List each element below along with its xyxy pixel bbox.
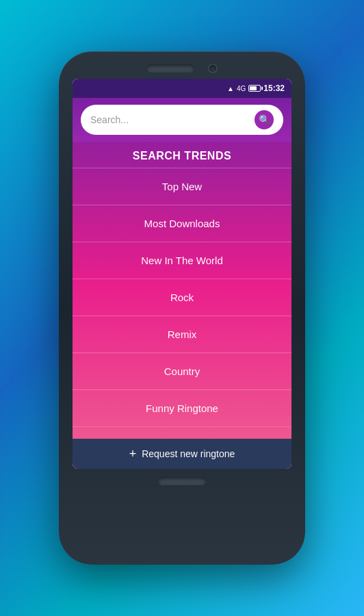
list-item-label: Funny Ringtone [146,402,218,414]
plus-icon: + [129,447,137,461]
list-item-country[interactable]: Country [73,352,291,389]
wifi-icon: ▲ [227,85,234,92]
app-content: Search... 🔍 SEARCH TRENDS Top New Most D… [73,98,291,469]
battery-fill [250,86,257,90]
phone-wrapper: ▲ 4G 15:32 Search... 🔍 [59,51,305,565]
home-button[interactable] [158,477,206,485]
signal-4g: 4G [237,85,246,92]
list-item-children-baby[interactable]: Children Baby [73,426,291,439]
search-placeholder[interactable]: Search... [90,114,249,125]
list-item-most-downloads[interactable]: Most Downloads [73,205,291,242]
search-button[interactable]: 🔍 [255,110,274,129]
phone-shell: ▲ 4G 15:32 Search... 🔍 [59,51,305,565]
phone-top-area [70,64,294,73]
status-bar: ▲ 4G 15:32 [73,79,291,98]
status-time: 15:32 [263,84,285,93]
phone-screen: ▲ 4G 15:32 Search... 🔍 [73,79,291,469]
list-item-label: New In The World [141,255,223,266]
list-item-funny-ringtone[interactable]: Funny Ringtone [73,389,291,426]
list-item-label: Rock [170,292,194,303]
search-bar-container: Search... 🔍 [73,98,291,142]
search-icon: 🔍 [259,114,270,125]
status-icons: ▲ 4G 15:32 [227,84,285,93]
phone-bottom-area [158,477,206,485]
list-item-label: Remix [168,329,197,340]
list-item-label: Country [164,365,200,377]
battery-icon [248,85,261,92]
list-item-top-new[interactable]: Top New [73,168,291,205]
menu-list: Top New Most Downloads New In The World … [73,168,291,439]
request-ringtone-label: Request new ringtone [142,448,235,459]
speaker-slot [146,64,194,73]
front-camera [208,64,218,73]
section-title: SEARCH TRENDS [73,142,291,168]
list-item-new-in-world[interactable]: New In The World [73,242,291,279]
list-item-remix[interactable]: Remix [73,316,291,352]
search-bar[interactable]: Search... 🔍 [81,105,283,135]
list-item-rock[interactable]: Rock [73,279,291,316]
list-item-label: Most Downloads [144,218,220,229]
list-item-label: Top New [162,181,202,192]
request-ringtone-bar[interactable]: + Request new ringtone [73,439,291,469]
